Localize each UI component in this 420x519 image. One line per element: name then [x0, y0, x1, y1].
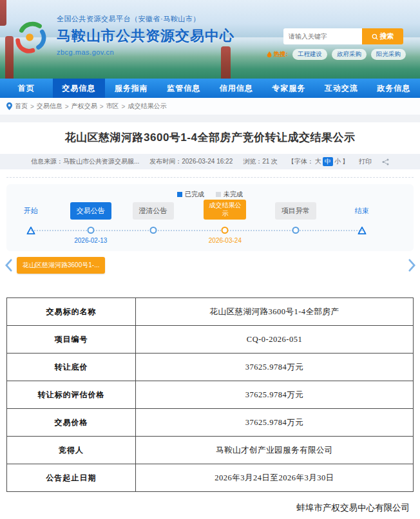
timeline-node	[149, 227, 157, 234]
site-url: zbcg.mas.gov.cn	[57, 48, 234, 56]
page-title: 花山区慈湖河路3600号1-4全部房产竞价转让成交结果公示	[0, 130, 420, 145]
legend-pending-swatch	[216, 192, 221, 197]
nav-item-trade-info[interactable]: 交易信息	[53, 79, 106, 98]
breadcrumb-item[interactable]: 交易信息	[37, 102, 62, 111]
site-logo	[10, 17, 50, 57]
dashed-divider	[6, 177, 414, 178]
font-suffix: 】	[342, 157, 348, 166]
row-label: 交易价格	[7, 409, 136, 437]
breadcrumb-separator: >	[100, 103, 104, 110]
table-row: 转让底价 37625.9784万元	[7, 354, 414, 381]
article-meta-bar: 信息来源：马鞍山市公共资源交易服... 发布时间：2026-03-24 16:2…	[0, 154, 420, 169]
chevron-left-icon[interactable]	[3, 258, 14, 273]
row-label: 转让标的评估价格	[7, 381, 136, 409]
row-label: 公告起止日期	[7, 464, 136, 492]
row-label: 项目编号	[7, 326, 136, 354]
row-value: CQ-0-2026-051	[136, 326, 414, 354]
font-size-small-button[interactable]: 小	[334, 157, 341, 166]
breadcrumb-item[interactable]: 市区	[106, 102, 119, 111]
nav-item-gov-info[interactable]: 政务信息	[368, 79, 420, 98]
legend-done: 已完成	[177, 190, 204, 199]
platform-tagline: 全国公共资源交易平台（安徽省·马鞍山市）	[57, 14, 234, 24]
signature-block: 蚌埠市产权交易中心有限公司 2026 年 3 月 24 日	[0, 500, 420, 519]
process-timeline: 已完成 未完成 开始 交易公告 澄清公告 成交结果公示 项目异常 结束 2026…	[6, 184, 414, 251]
nav-item-service-guide[interactable]: 服务指南	[105, 79, 158, 98]
hot-search-item[interactable]: 政府采购	[332, 49, 367, 60]
banner-bridge-decor	[0, 0, 6, 26]
breadcrumb-item[interactable]: 首页	[15, 102, 28, 111]
main-nav: 首页 交易信息 服务指南 监管信息 信用信息 专家服务 互动交流 政务信息	[0, 79, 420, 98]
timeline-end-marker	[358, 225, 366, 233]
signature-company: 蚌埠市产权交易中心有限公司	[0, 500, 410, 516]
stage-button-clarification[interactable]: 澄清公告	[133, 202, 174, 220]
row-value: 花山区慈湖河路3600号1-4全部房产	[136, 298, 414, 326]
stage-date-active: 2026-03-24	[209, 237, 242, 244]
breadcrumb-item[interactable]: 产权交易	[72, 102, 97, 111]
meta-publish-time: 发布时间：2026-03-24 16:22	[149, 157, 233, 166]
hot-search-item[interactable]: 工程建设	[292, 49, 327, 60]
nav-item-home[interactable]: 首页	[0, 79, 53, 98]
breadcrumb-separator: >	[65, 103, 69, 110]
hot-search-label: 热搜:	[266, 50, 288, 59]
stage-date: 2026-02-13	[74, 237, 107, 244]
search-icon	[372, 33, 378, 40]
timeline-end-label: 结束	[355, 206, 369, 216]
stage-button-trade-announcement[interactable]: 交易公告	[70, 202, 111, 220]
stage-result-publicity: 成交结果公示	[204, 200, 246, 220]
print-button[interactable]: 打印	[359, 157, 372, 166]
site-brand: 全国公共资源交易平台（安徽省·马鞍山市） 马鞍山市公共资源交易中心 zbcg.m…	[57, 14, 234, 56]
search-bar: 搜索	[283, 28, 403, 44]
font-size-medium-button[interactable]: 中	[323, 157, 333, 166]
timeline-node	[292, 227, 299, 234]
timeline-track	[31, 230, 363, 231]
font-size-control: 【字体： 大 中 小 】	[288, 157, 348, 166]
table-row: 交易价格 37625.9784万元	[7, 409, 414, 437]
timeline-legend: 已完成 未完成	[6, 190, 414, 199]
item-carousel: 花山区慈湖河路3600号1-...	[3, 256, 417, 274]
stage-button-result-publicity[interactable]: 成交结果公示	[204, 200, 246, 220]
timeline-start-label: 开始	[24, 206, 38, 216]
nav-item-credit-info[interactable]: 信用信息	[210, 79, 263, 98]
font-prefix: 【字体：	[288, 157, 314, 166]
meta-views: 浏览：21 次	[243, 157, 278, 166]
search-button[interactable]: 搜索	[362, 28, 403, 44]
table-row: 项目编号 CQ-0-2026-051	[7, 326, 414, 354]
hot-search-item[interactable]: 阳光采购	[371, 49, 406, 60]
breadcrumb: 首页 > 交易信息 > 产权交易 > 市区 > 成交结果公示	[0, 98, 420, 115]
row-value: 37625.9784万元	[136, 354, 414, 381]
row-value: 37625.9784万元	[136, 381, 414, 409]
nav-item-expert-service[interactable]: 专家服务	[263, 79, 316, 98]
stage-trade-announcement: 交易公告	[70, 202, 111, 220]
timeline-start-marker	[26, 225, 35, 233]
signature-date: 2026 年 3 月 24 日	[0, 516, 410, 519]
row-label: 竞得人	[7, 437, 136, 464]
nav-item-supervision-info[interactable]: 监管信息	[158, 79, 211, 98]
table-row: 转让标的评估价格 37625.9784万元	[7, 381, 414, 409]
timeline-node	[87, 227, 94, 234]
site-banner: 全国公共资源交易平台（安徽省·马鞍山市） 马鞍山市公共资源交易中心 zbcg.m…	[0, 0, 420, 79]
table-row: 公告起止日期 2026年3月24日至2026年3月30日	[7, 464, 414, 492]
table-row: 竞得人 马鞍山才创产业园服务有限公司	[7, 437, 414, 464]
location-pin-icon	[6, 102, 12, 110]
table-row: 交易标的名称 花山区慈湖河路3600号1-4全部房产	[7, 298, 414, 326]
chevron-right-icon[interactable]	[406, 258, 417, 273]
nav-item-interaction[interactable]: 互动交流	[315, 79, 368, 98]
breadcrumb-separator: >	[30, 103, 34, 110]
search-input[interactable]	[283, 28, 362, 44]
legend-done-swatch	[177, 192, 182, 197]
row-value: 2026年3月24日至2026年3月30日	[136, 464, 414, 492]
legend-pending: 未完成	[216, 190, 243, 199]
stage-clarification: 澄清公告	[133, 202, 174, 220]
search-button-label: 搜索	[380, 32, 394, 41]
stage-button-project-abnormal[interactable]: 项目异常	[275, 202, 316, 220]
result-table: 交易标的名称 花山区慈湖河路3600号1-4全部房产 项目编号 CQ-0-202…	[6, 297, 414, 492]
active-item-tab[interactable]: 花山区慈湖河路3600号1-...	[17, 257, 105, 274]
meta-source: 信息来源：马鞍山市公共资源交易服...	[31, 157, 139, 166]
share-icon[interactable]	[382, 158, 389, 165]
row-label: 转让底价	[7, 354, 136, 381]
hot-search-row: 热搜: 工程建设 政府采购 阳光采购	[266, 49, 406, 60]
row-value: 37625.9784万元	[136, 409, 414, 437]
breadcrumb-separator: >	[122, 103, 126, 110]
timeline-node-active	[222, 227, 229, 234]
font-size-large-button[interactable]: 大	[315, 157, 321, 166]
